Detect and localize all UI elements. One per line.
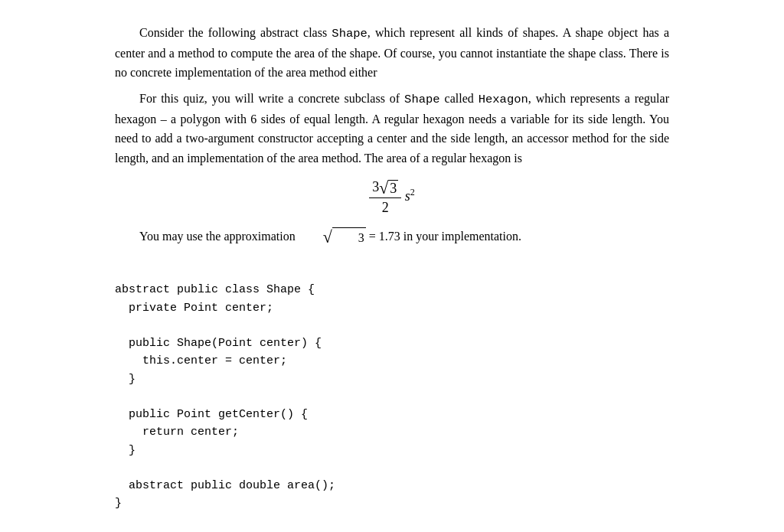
inline-code-shape: Shape (332, 27, 368, 41)
approximation-paragraph: You may use the approximation √3 = 1.73 … (115, 227, 669, 248)
formula-sqrt: √3 (379, 179, 398, 197)
paragraph-3: You may use the approximation √3 = 1.73 … (115, 227, 669, 248)
inline-code-shape-2: Shape (404, 93, 440, 106)
formula-fraction: 3√3 2 (369, 179, 401, 216)
sqrt-3-symbol: √3 (299, 227, 366, 248)
paragraph-1: Consider the following abstract class Sh… (115, 23, 669, 83)
formula-exponent: 2 (410, 187, 415, 197)
formula-denominator: 2 (369, 198, 401, 216)
paragraph-2: For this quiz, you will write a concrete… (115, 89, 669, 168)
formula-variable: s2 (401, 188, 415, 204)
document-prose: Consider the following abstract class Sh… (115, 23, 669, 168)
formula-block: 3√3 2 s2 (115, 179, 669, 216)
code-block: abstract public class Shape { private Po… (115, 263, 669, 513)
code-line-1: abstract public class Shape { private Po… (115, 283, 335, 510)
inline-code-hexagon: Hexagon (479, 93, 528, 106)
formula-numerator: 3√3 (369, 179, 401, 198)
